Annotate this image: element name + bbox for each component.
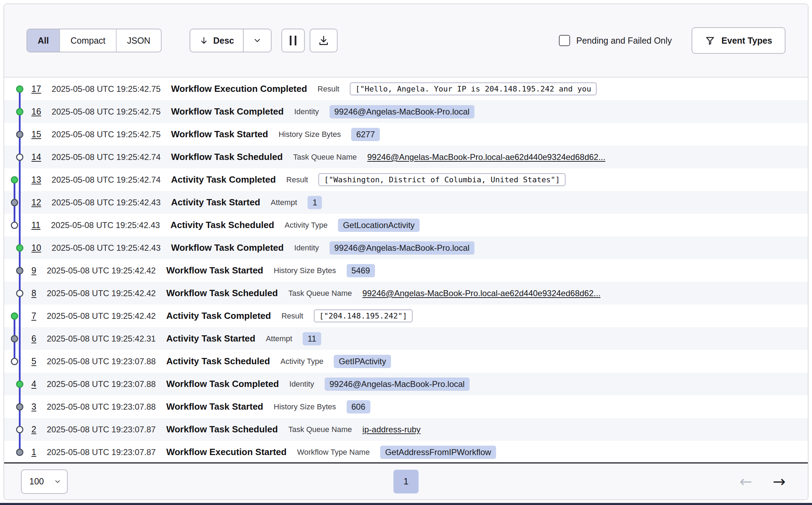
event-attribute-value-badge: GetAddressFromIPWorkflow xyxy=(380,446,496,459)
event-name: Workflow Task Scheduled xyxy=(171,152,283,162)
event-status-dot xyxy=(11,335,18,342)
toolbar: All Compact JSON Desc Pending and Failed… xyxy=(4,4,808,78)
event-row[interactable]: 42025-05-08 UTC 19:23:07.88Workflow Task… xyxy=(4,373,808,395)
event-status-dot xyxy=(16,153,23,161)
page-size-value: 100 xyxy=(29,476,44,486)
pause-autorefresh-button[interactable] xyxy=(281,29,305,52)
event-row[interactable]: 152025-05-08 UTC 19:25:42.75Workflow Tas… xyxy=(4,123,808,146)
event-id-link[interactable]: 12 xyxy=(31,197,41,207)
event-row[interactable]: 72025-05-08 UTC 19:25:42.42Activity Task… xyxy=(4,305,808,327)
sort-desc-button[interactable]: Desc xyxy=(190,29,244,52)
page-size-select[interactable]: 100 xyxy=(21,469,68,494)
event-row[interactable]: 92025-05-08 UTC 19:25:42.42Workflow Task… xyxy=(4,259,808,282)
event-row[interactable]: 22025-05-08 UTC 19:23:07.87Workflow Task… xyxy=(4,418,808,441)
event-status-dot xyxy=(16,108,23,115)
event-id-link[interactable]: 14 xyxy=(31,152,41,162)
event-types-filter-button[interactable]: Event Types xyxy=(692,27,785,54)
current-page-button[interactable]: 1 xyxy=(393,470,419,493)
event-attribute-label: Task Queue Name xyxy=(288,425,352,434)
event-id-link[interactable]: 6 xyxy=(31,334,36,344)
event-name: Workflow Execution Started xyxy=(166,447,287,458)
window-bottom-edge xyxy=(0,503,812,505)
event-id-link[interactable]: 3 xyxy=(31,402,36,412)
event-attribute-label: History Size Bytes xyxy=(274,266,336,275)
event-timestamp: 2025-05-08 UTC 19:25:42.43 xyxy=(52,198,161,207)
sort-desc-label: Desc xyxy=(213,36,234,46)
event-id-link[interactable]: 4 xyxy=(31,379,36,389)
event-row[interactable]: 62025-05-08 UTC 19:25:42.31Activity Task… xyxy=(4,327,808,350)
event-id-link[interactable]: 1 xyxy=(31,447,36,457)
event-list: 172025-05-08 UTC 19:25:42.75Workflow Exe… xyxy=(4,78,808,463)
event-row[interactable]: 112025-05-08 UTC 19:25:42.43Activity Tas… xyxy=(4,214,808,236)
event-attribute-value-link[interactable]: 99246@Angelas-MacBook-Pro.local-ae62d440… xyxy=(367,152,605,162)
event-id-link[interactable]: 9 xyxy=(31,265,36,276)
view-tab-all[interactable]: All xyxy=(27,29,59,52)
event-timestamp: 2025-05-08 UTC 19:25:42.43 xyxy=(52,243,161,253)
event-id-link[interactable]: 16 xyxy=(31,107,41,117)
event-id-link[interactable]: 13 xyxy=(31,175,41,185)
event-id-link[interactable]: 2 xyxy=(31,424,36,434)
event-status-dot xyxy=(16,290,23,297)
next-page-icon[interactable]: → xyxy=(773,474,785,489)
event-id-link[interactable]: 15 xyxy=(31,129,41,139)
event-timestamp: 2025-05-08 UTC 19:25:42.75 xyxy=(52,130,161,139)
event-row[interactable]: 122025-05-08 UTC 19:25:42.43Activity Tas… xyxy=(4,191,808,214)
event-row[interactable]: 12025-05-08 UTC 19:23:07.87Workflow Exec… xyxy=(4,441,808,463)
sort-options-button[interactable] xyxy=(244,29,272,52)
pager-arrows: ← → xyxy=(739,474,785,489)
event-timestamp: 2025-05-08 UTC 19:23:07.88 xyxy=(47,402,156,412)
chevron-down-icon xyxy=(253,36,262,45)
event-timestamp: 2025-05-08 UTC 19:25:42.42 xyxy=(47,266,156,276)
event-status-dot xyxy=(16,85,23,93)
event-row[interactable]: 102025-05-08 UTC 19:25:42.43Workflow Tas… xyxy=(4,236,808,259)
view-tab-compact[interactable]: Compact xyxy=(59,29,116,52)
event-status-dot xyxy=(16,380,23,388)
event-attribute-label: Result xyxy=(286,175,308,184)
event-attribute-label: Attempt xyxy=(271,198,297,207)
event-row[interactable]: 142025-05-08 UTC 19:25:42.74Workflow Tas… xyxy=(4,146,808,168)
event-name: Workflow Task Completed xyxy=(171,242,284,253)
event-name: Activity Task Completed xyxy=(171,174,276,185)
event-id-link[interactable]: 7 xyxy=(31,311,36,321)
event-name: Activity Task Completed xyxy=(166,310,271,321)
event-name: Activity Task Scheduled xyxy=(166,356,270,367)
event-attribute-value-badge: GetIPActivity xyxy=(334,355,391,368)
event-status-dot xyxy=(11,312,18,320)
event-attribute-label: History Size Bytes xyxy=(274,402,336,411)
event-id-link[interactable]: 5 xyxy=(31,356,36,366)
download-history-button[interactable] xyxy=(310,29,338,52)
prev-page-icon[interactable]: ← xyxy=(739,474,752,489)
event-attribute-value-badge: 99246@Angelas-MacBook-Pro.local xyxy=(330,105,474,118)
event-attribute-label: Task Queue Name xyxy=(293,153,357,162)
event-attribute-value-link[interactable]: ip-address-ruby xyxy=(362,425,421,434)
event-row[interactable]: 82025-05-08 UTC 19:25:42.42Workflow Task… xyxy=(4,282,808,305)
pending-failed-checkbox[interactable] xyxy=(559,35,570,46)
event-attribute-value-code: ["Hello, Angela. Your IP is 204.148.195.… xyxy=(350,82,597,95)
event-attribute-label: Identity xyxy=(289,380,314,389)
event-row[interactable]: 172025-05-08 UTC 19:25:42.75Workflow Exe… xyxy=(4,78,808,100)
event-row[interactable]: 132025-05-08 UTC 19:25:42.74Activity Tas… xyxy=(4,168,808,191)
event-attribute-label: Workflow Type Name xyxy=(297,448,370,457)
event-id-link[interactable]: 10 xyxy=(31,243,41,253)
event-id-link[interactable]: 8 xyxy=(31,288,36,298)
event-row[interactable]: 162025-05-08 UTC 19:25:42.75Workflow Tas… xyxy=(4,100,808,123)
pagination-footer: 100 1 ← → xyxy=(4,463,808,499)
event-id-link[interactable]: 17 xyxy=(31,84,41,94)
pending-failed-filter[interactable]: Pending and Failed Only xyxy=(559,35,672,46)
event-attribute-value-badge: 99246@Angelas-MacBook-Pro.local xyxy=(330,241,474,255)
event-timestamp: 2025-05-08 UTC 19:25:42.31 xyxy=(47,334,156,344)
event-attribute-label: History Size Bytes xyxy=(279,130,341,139)
event-attribute-value-link[interactable]: 99246@Angelas-MacBook-Pro.local-ae62d440… xyxy=(362,288,600,298)
event-id-link[interactable]: 11 xyxy=(31,220,40,230)
pause-icon xyxy=(290,36,296,45)
toolbar-right: Pending and Failed Only Event Types xyxy=(559,27,785,54)
event-attribute-label: Attempt xyxy=(266,334,292,343)
event-timestamp: 2025-05-08 UTC 19:23:07.87 xyxy=(47,425,156,434)
event-attribute-label: Identity xyxy=(294,243,319,252)
view-tab-json[interactable]: JSON xyxy=(116,29,161,52)
event-row[interactable]: 52025-05-08 UTC 19:23:07.88Activity Task… xyxy=(4,350,808,373)
event-attribute-value-badge: 5469 xyxy=(347,264,375,277)
event-name: Activity Task Scheduled xyxy=(170,220,274,230)
event-status-dot xyxy=(16,426,23,433)
event-row[interactable]: 32025-05-08 UTC 19:23:07.88Workflow Task… xyxy=(4,395,808,418)
